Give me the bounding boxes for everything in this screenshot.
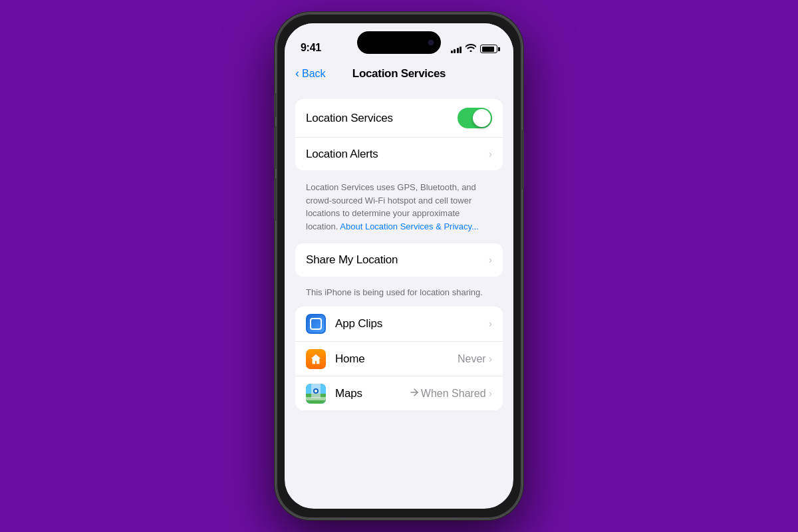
location-services-toggle[interactable] — [458, 108, 492, 128]
maps-location-arrow-icon — [410, 388, 418, 398]
content-area: Location Services Location Alerts › — [285, 88, 513, 509]
nav-bar: ‹ Back Location Services — [285, 59, 513, 88]
wifi-icon — [466, 44, 476, 54]
share-location-card: Share My Location › — [295, 243, 503, 277]
app-clips-icon — [306, 314, 326, 334]
battery-icon — [480, 45, 497, 53]
share-location-chevron: › — [489, 254, 492, 266]
maps-app-row[interactable]: Maps When Shared › — [295, 376, 503, 410]
toggle-thumb — [473, 109, 491, 127]
share-location-description: This iPhone is being used for location s… — [295, 282, 503, 307]
location-alerts-row[interactable]: Location Alerts › — [295, 137, 503, 170]
status-time: 9:41 — [301, 42, 321, 54]
back-chevron-icon: ‹ — [295, 66, 299, 80]
alerts-row-right: › — [489, 148, 492, 160]
share-my-location-row[interactable]: Share My Location › — [295, 243, 503, 277]
volume-up-button[interactable] — [274, 126, 277, 169]
status-bar: 9:41 — [285, 23, 513, 59]
location-services-toggle-row[interactable]: Location Services — [295, 99, 503, 137]
location-alerts-chevron: › — [489, 148, 492, 160]
signal-icon — [451, 45, 462, 53]
location-alerts-label: Location Alerts — [306, 148, 378, 161]
volume-down-button[interactable] — [274, 178, 277, 221]
back-button[interactable]: ‹ Back — [295, 67, 326, 80]
app-clips-label: App Clips — [335, 317, 489, 331]
maps-app-right: When Shared › — [410, 388, 492, 400]
app-clips-row[interactable]: App Clips › — [295, 307, 503, 341]
maps-app-icon — [306, 384, 326, 404]
share-my-location-label: Share My Location — [306, 253, 398, 267]
home-app-right: Never › — [458, 353, 492, 365]
privacy-link[interactable]: About Location Services & Privacy... — [340, 221, 479, 231]
app-clips-right: › — [489, 318, 492, 330]
app-list-card: App Clips › Home Never › — [295, 307, 503, 410]
dynamic-island — [357, 31, 441, 54]
status-icons — [451, 44, 498, 54]
power-button[interactable] — [521, 130, 524, 190]
toggle-container — [458, 108, 492, 128]
maps-status-text: When Shared — [421, 388, 486, 400]
svg-point-5 — [315, 390, 317, 392]
app-clips-chevron: › — [489, 318, 492, 330]
location-services-label: Location Services — [306, 112, 393, 125]
share-row-right: › — [489, 254, 492, 266]
home-app-icon — [306, 349, 326, 369]
battery-fill — [482, 47, 495, 52]
phone-frame: 9:41 — [276, 13, 522, 519]
back-button-label: Back — [302, 68, 326, 80]
location-description: Location Services uses GPS, Bluetooth, a… — [295, 176, 503, 243]
home-app-label: Home — [335, 352, 458, 366]
location-services-card: Location Services Location Alerts › — [295, 99, 503, 170]
maps-app-label: Maps — [335, 387, 410, 400]
camera-dot — [428, 39, 434, 46]
home-status-text: Never — [458, 353, 486, 365]
maps-app-chevron: › — [489, 388, 492, 400]
mute-button[interactable] — [274, 93, 277, 117]
home-app-chevron: › — [489, 353, 492, 365]
page-title: Location Services — [352, 67, 446, 80]
home-app-row[interactable]: Home Never › — [295, 341, 503, 376]
phone-screen: 9:41 — [285, 23, 513, 509]
